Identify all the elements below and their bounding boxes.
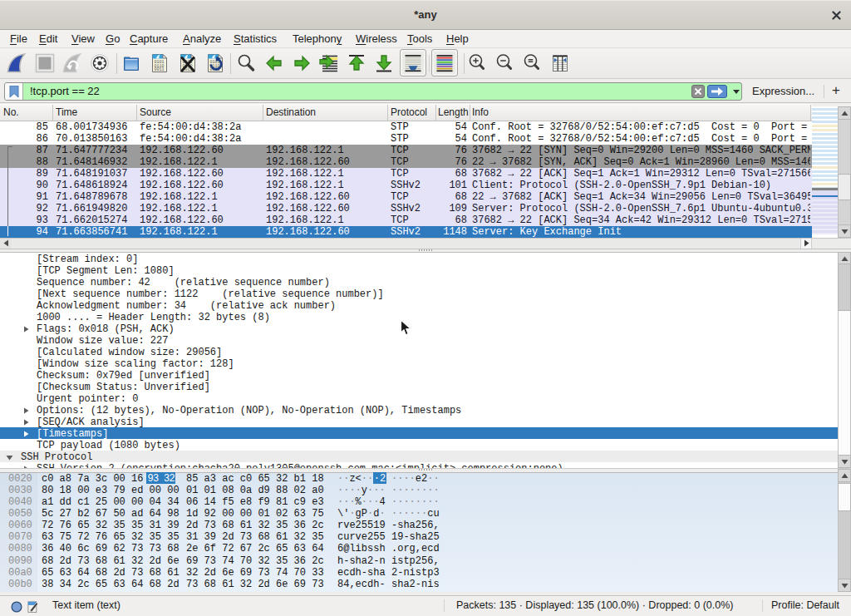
svg-text:0011: 0011	[155, 67, 165, 72]
